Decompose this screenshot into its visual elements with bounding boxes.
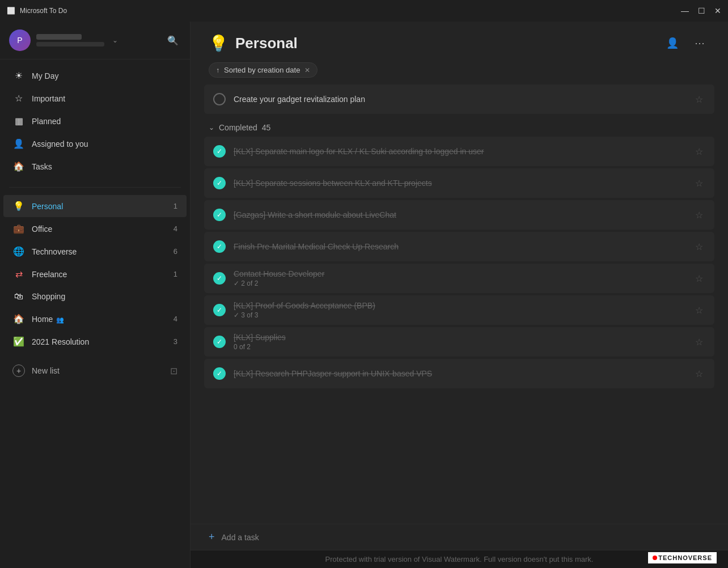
task-checkbox-completed[interactable]: ✓	[213, 145, 226, 158]
maximize-button[interactable]: ☐	[698, 6, 705, 15]
avatar: P	[9, 29, 31, 51]
sort-label: Sorted by creation date	[224, 66, 300, 74]
add-task-bar[interactable]: + Add a task	[191, 524, 728, 550]
app-title: Microsoft To Do	[20, 7, 67, 15]
task-text: [KLX] Separate sessions between KLX and …	[234, 179, 693, 188]
sidebar-item-home[interactable]: 🏠 Home 👥 4	[3, 308, 187, 330]
task-text-area: Create your gadget revitalization plan	[234, 95, 693, 104]
sort-arrow-icon: ↑	[216, 66, 219, 74]
task-card-completed-5[interactable]: ✓ [KLX] Proof of Goods Acceptance (BPB) …	[204, 295, 714, 325]
task-checkbox-completed[interactable]: ✓	[213, 367, 226, 380]
close-button[interactable]: ✕	[714, 6, 721, 15]
task-checkbox-completed[interactable]: ✓	[213, 272, 226, 285]
globe-icon: 🌐	[12, 246, 25, 257]
task-text: [KLX] Proof of Goods Acceptance (BPB)	[234, 301, 693, 310]
plus-icon: +	[12, 364, 25, 377]
list-icon: 💡	[209, 34, 228, 53]
task-star-icon[interactable]: ☆	[693, 271, 705, 286]
sidebar-item-assigned[interactable]: 👤 Assigned to you	[3, 133, 187, 155]
task-star-icon[interactable]: ☆	[693, 92, 705, 107]
task-text-area: [Gazgas] Write a short module about Live…	[234, 210, 693, 219]
user-details	[36, 34, 104, 46]
nav-items: ☀ My Day ☆ Important ▦ Planned 👤 Assigne…	[0, 60, 190, 183]
title-bar-left: ⬜ Microsoft To Do	[7, 7, 67, 15]
task-checkbox-completed[interactable]: ✓	[213, 336, 226, 348]
task-star-icon[interactable]: ☆	[693, 366, 705, 382]
task-checkbox-completed[interactable]: ✓	[213, 240, 226, 253]
task-star-icon[interactable]: ☆	[693, 334, 705, 350]
search-icon[interactable]: 🔍	[165, 33, 181, 48]
task-star-icon[interactable]: ☆	[693, 144, 705, 159]
sidebar-item-personal[interactable]: 💡 Personal 1	[3, 195, 187, 217]
task-checkbox[interactable]	[213, 93, 226, 105]
task-text: [KLX] Research PHPJasper support in UNIX…	[234, 369, 693, 378]
clear-sort-button[interactable]: ✕	[304, 66, 310, 74]
task-text: [Gazgas] Write a short module about Live…	[234, 210, 693, 219]
task-checkbox-completed[interactable]: ✓	[213, 209, 226, 221]
user-info[interactable]: P ⌄	[9, 29, 118, 51]
app-icon: ⬜	[7, 7, 15, 15]
sidebar: P ⌄ 🔍 ☀ My Day ☆ Important ▦ Planned	[0, 22, 191, 568]
main-content: 💡 Personal 👤 ⋯ ↑ Sorted by creation date…	[191, 22, 728, 568]
calendar-icon: ▦	[12, 116, 25, 126]
add-task-plus-icon: +	[209, 531, 215, 543]
task-star-icon[interactable]: ☆	[693, 207, 705, 223]
list-items: 💡 Personal 1 💼 Office 4 🌐 Technoverse 6 …	[0, 192, 190, 355]
watermark-bar: Protected with trial version of Visual W…	[191, 550, 728, 568]
exchange-icon: ⇄	[12, 269, 25, 279]
task-text: Create your gadget revitalization plan	[234, 95, 693, 104]
task-text: [KLX] Supplies	[234, 333, 693, 342]
watermark-text: Protected with trial version of Visual W…	[325, 555, 594, 563]
more-options-button[interactable]: ⋯	[689, 33, 710, 53]
task-subtask: 0 of 2	[234, 343, 693, 351]
task-text-area: [KLX] Separate main logo for KLX / KL Su…	[234, 147, 693, 156]
task-star-icon[interactable]: ☆	[693, 239, 705, 255]
sidebar-item-tasks[interactable]: 🏠 Tasks	[3, 155, 187, 177]
user-email	[36, 42, 104, 46]
nav-divider	[9, 187, 181, 188]
sidebar-item-my-day[interactable]: ☀ My Day	[3, 65, 187, 87]
sidebar-item-freelance[interactable]: ⇄ Freelance 1	[3, 263, 187, 285]
task-text-area: Finish Pre-Marital Medical Check Up Rese…	[234, 242, 693, 251]
sidebar-item-technoverse[interactable]: 🌐 Technoverse 6	[3, 240, 187, 262]
main-header-actions: 👤 ⋯	[662, 33, 710, 53]
task-card-completed-6[interactable]: ✓ [KLX] Supplies 0 of 2 ☆	[204, 327, 714, 357]
task-text-area: [KLX] Supplies 0 of 2	[234, 333, 693, 351]
title-bar-controls: — ☐ ✕	[681, 6, 721, 15]
sidebar-item-shopping[interactable]: 🛍 Shopping	[3, 286, 187, 307]
task-star-icon[interactable]: ☆	[693, 176, 705, 191]
task-card-completed-1[interactable]: ✓ [KLX] Separate sessions between KLX an…	[204, 168, 714, 198]
minimize-button[interactable]: —	[681, 6, 689, 15]
new-list-template-icon: ⊡	[170, 366, 177, 376]
task-card-completed-7[interactable]: ✓ [KLX] Research PHPJasper support in UN…	[204, 359, 714, 388]
sidebar-item-office[interactable]: 💼 Office 4	[3, 218, 187, 240]
star-icon: ☆	[12, 93, 25, 104]
new-list-button[interactable]: + New list ⊡	[3, 358, 187, 384]
sidebar-item-planned[interactable]: ▦ Planned	[3, 110, 187, 132]
task-checkbox-completed[interactable]: ✓	[213, 304, 226, 316]
task-star-icon[interactable]: ☆	[693, 303, 705, 318]
task-text-area: [KLX] Research PHPJasper support in UNIX…	[234, 369, 693, 378]
shopping-icon: 🛍	[12, 291, 25, 302]
share-button[interactable]: 👤	[662, 33, 683, 53]
page-title: Personal	[235, 35, 298, 52]
sidebar-item-resolution[interactable]: ✅ 2021 Resolution 3	[3, 330, 187, 353]
house-icon: 🏠	[12, 313, 25, 324]
task-text-area: Contact House Developer ✓ 2 of 2	[234, 269, 693, 287]
checkbox-icon: ✅	[12, 336, 25, 347]
task-subtask: ✓ 3 of 3	[234, 311, 693, 319]
sidebar-header: P ⌄ 🔍	[0, 22, 190, 60]
task-card-completed-3[interactable]: ✓ Finish Pre-Marital Medical Check Up Re…	[204, 232, 714, 261]
add-task-input[interactable]: Add a task	[222, 533, 259, 542]
task-card-pending[interactable]: Create your gadget revitalization plan ☆	[204, 84, 714, 114]
chevron-down-icon: ⌄	[112, 36, 118, 44]
completed-section-header[interactable]: ⌄ Completed 45	[204, 116, 714, 137]
sort-chip[interactable]: ↑ Sorted by creation date ✕	[209, 62, 318, 78]
task-card-completed-0[interactable]: ✓ [KLX] Separate main logo for KLX / KL …	[204, 137, 714, 166]
task-card-completed-4[interactable]: ✓ Contact House Developer ✓ 2 of 2 ☆	[204, 264, 714, 293]
watermark-logo: TECHNOVERSE	[648, 552, 717, 563]
sort-bar: ↑ Sorted by creation date ✕	[191, 62, 728, 84]
task-checkbox-completed[interactable]: ✓	[213, 177, 226, 189]
sidebar-item-important[interactable]: ☆ Important	[3, 87, 187, 109]
task-card-completed-2[interactable]: ✓ [Gazgas] Write a short module about Li…	[204, 200, 714, 230]
